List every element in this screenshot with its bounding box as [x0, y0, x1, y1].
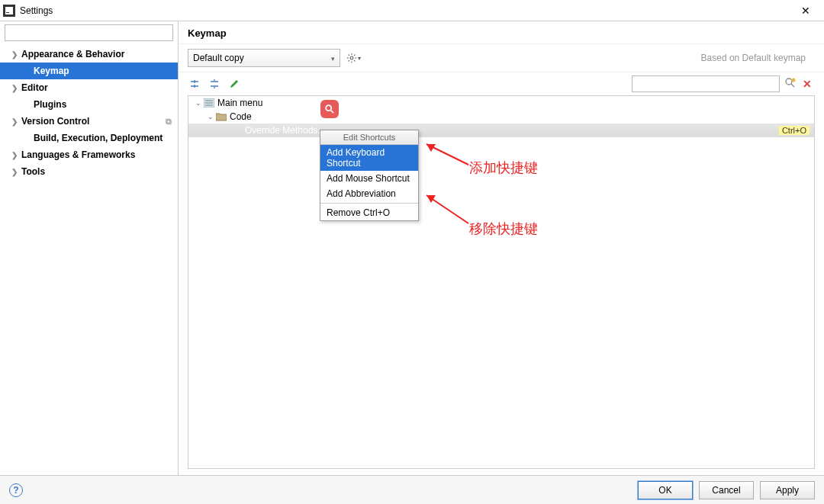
svg-line-12 — [354, 55, 355, 56]
sidebar-search-input[interactable] — [5, 24, 173, 41]
sidebar-item-languages[interactable]: ❯Languages & Frameworks — [0, 146, 178, 163]
help-button[interactable]: ? — [9, 483, 23, 497]
dialog-footer: ? OK Cancel Apply — [0, 475, 824, 504]
main-panel: Keymap Default copy ▾ ▾ Based on Default… — [179, 21, 824, 475]
svg-line-10 — [354, 60, 355, 61]
annotation-remove: 移除快捷键 — [469, 220, 538, 238]
edit-button[interactable] — [227, 77, 241, 91]
keymap-scheme-select[interactable]: Default copy ▾ — [188, 49, 340, 67]
expand-all-button[interactable] — [188, 77, 201, 91]
folder-icon — [216, 111, 227, 122]
svg-rect-1 — [6, 12, 9, 13]
tree-row-main-menu[interactable]: ⌄ Main menu — [188, 96, 814, 110]
sidebar-item-editor[interactable]: ❯Editor — [0, 79, 178, 96]
sidebar-item-appearance[interactable]: ❯Appearance & Behavior — [0, 46, 178, 63]
settings-tree: ❯Appearance & Behavior ❯Keymap ❯Editor ❯… — [0, 44, 178, 180]
tree-row-code[interactable]: ⌄ Code — [188, 110, 814, 124]
tree-label: Override Methods... — [245, 125, 325, 136]
annotation-add: 添加快捷键 — [469, 159, 538, 177]
vc-badge-icon: ⧉ — [166, 117, 172, 127]
sidebar-item-label: Version Control — [21, 116, 89, 127]
sidebar-item-label: Appearance & Behavior — [21, 49, 124, 59]
svg-line-9 — [348, 55, 349, 56]
annotation-arrow-icon — [419, 138, 472, 169]
tree-label: Main menu — [217, 98, 262, 108]
based-on-label: Based on Default keymap — [701, 53, 806, 63]
sidebar-item-label: Build, Execution, Deployment — [34, 133, 163, 143]
app-icon — [3, 5, 15, 17]
menu-separator — [320, 203, 418, 204]
close-button[interactable]: ✕ — [790, 5, 821, 17]
scheme-value: Default copy — [193, 53, 244, 63]
svg-line-23 — [331, 111, 334, 114]
annotation-arrow-icon — [419, 189, 472, 227]
context-menu-header: Edit Shortcuts — [320, 130, 418, 145]
cancel-button[interactable]: Cancel — [699, 481, 754, 499]
sidebar-item-plugins[interactable]: ❯Plugins — [0, 96, 178, 113]
find-by-shortcut-button[interactable] — [784, 77, 798, 91]
ok-button[interactable]: OK — [638, 481, 693, 499]
sidebar-item-tools[interactable]: ❯Tools — [0, 163, 178, 180]
gear-button[interactable]: ▾ — [345, 50, 362, 66]
svg-point-17 — [792, 79, 796, 82]
magnifier-badge-icon — [320, 100, 339, 118]
shortcut-badge: Ctrl+O — [779, 126, 810, 135]
chevron-down-icon: ⌄ — [193, 99, 204, 107]
sidebar-item-label: Keymap — [34, 66, 69, 76]
tree-row-override-methods[interactable]: Override Methods... Ctrl+O — [188, 124, 814, 137]
keymap-tree[interactable]: ⌄ Main menu ⌄ Code Override Methods... C… — [188, 95, 815, 469]
titlebar: Settings ✕ — [0, 0, 824, 21]
svg-point-22 — [326, 105, 331, 111]
menu-item-add-mouse-shortcut[interactable]: Add Mouse Shortcut — [320, 171, 418, 186]
clear-search-button[interactable]: ✕ — [803, 78, 815, 90]
svg-rect-0 — [5, 7, 13, 14]
menu-item-add-keyboard-shortcut[interactable]: Add Keyboard Shortcut — [320, 145, 418, 171]
keymap-search-input[interactable] — [632, 75, 780, 92]
svg-marker-27 — [426, 195, 436, 203]
page-title: Keymap — [179, 21, 824, 44]
sidebar-item-version-control[interactable]: ❯Version Control⧉ — [0, 113, 178, 130]
chevron-down-icon: ⌄ — [205, 113, 216, 120]
svg-point-15 — [786, 79, 792, 85]
sidebar-item-label: Editor — [21, 82, 48, 93]
collapse-all-button[interactable] — [208, 77, 221, 91]
menu-icon — [204, 98, 214, 108]
sidebar-item-label: Languages & Frameworks — [21, 149, 135, 160]
svg-line-11 — [348, 60, 349, 61]
sidebar-item-label: Tools — [21, 166, 45, 177]
window-title: Settings — [20, 5, 790, 16]
chevron-down-icon: ▾ — [331, 55, 335, 63]
sidebar-item-keymap[interactable]: ❯Keymap — [0, 63, 178, 79]
svg-line-16 — [791, 84, 794, 87]
chevron-down-icon: ▾ — [358, 55, 361, 62]
svg-point-4 — [350, 56, 353, 59]
sidebar-item-build[interactable]: ❯Build, Execution, Deployment — [0, 130, 178, 146]
menu-item-remove-shortcut[interactable]: Remove Ctrl+O — [320, 205, 418, 220]
apply-button[interactable]: Apply — [760, 481, 815, 499]
menu-item-add-abbreviation[interactable]: Add Abbreviation — [320, 186, 418, 201]
tree-label: Code — [230, 111, 252, 122]
settings-sidebar: ❯Appearance & Behavior ❯Keymap ❯Editor ❯… — [0, 21, 179, 475]
context-menu: Edit Shortcuts Add Keyboard Shortcut Add… — [320, 130, 419, 221]
sidebar-item-label: Plugins — [34, 99, 66, 110]
